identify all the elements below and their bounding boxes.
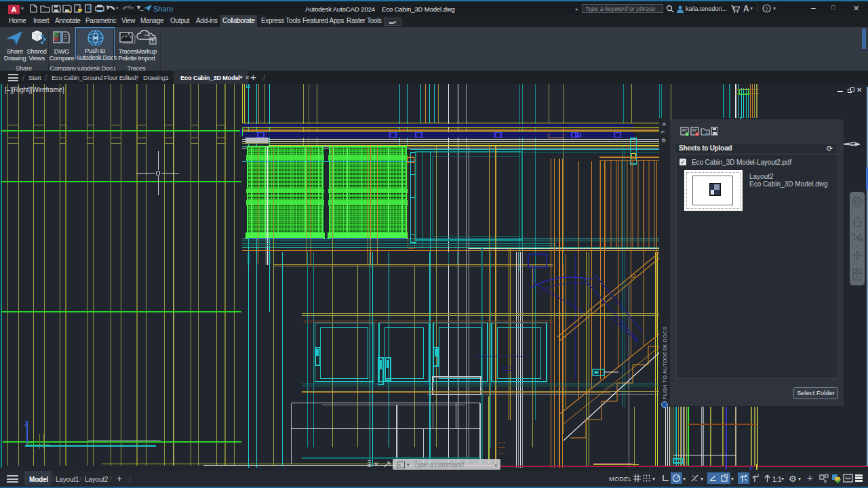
svg-text:?: ? [765,6,768,12]
svg-text:Z: Z [24,420,28,428]
